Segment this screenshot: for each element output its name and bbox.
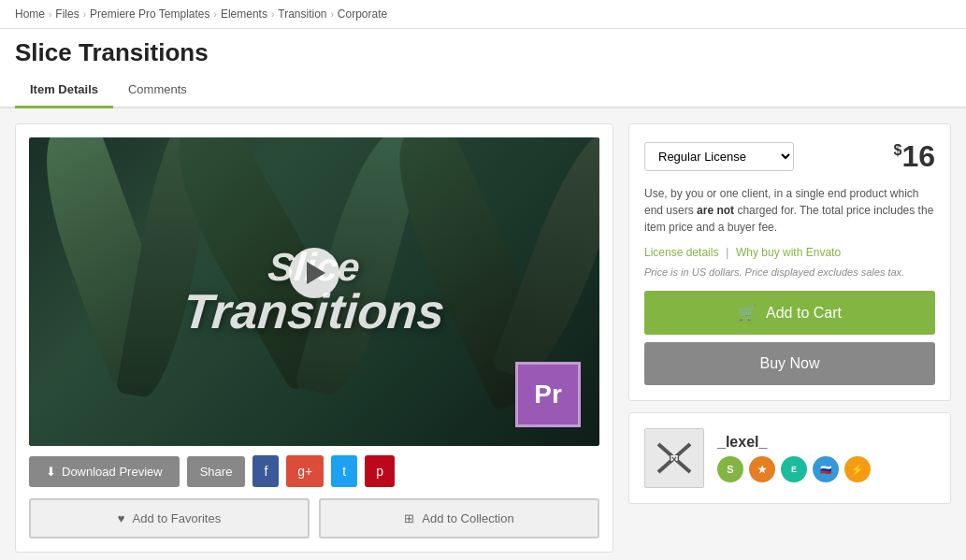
svg-text:l×l: l×l — [669, 454, 680, 465]
share-button[interactable]: Share — [187, 456, 246, 487]
license-desc-bold: are not — [697, 204, 734, 217]
breadcrumb-sep-1: › — [49, 9, 51, 20]
video-actions: ⬇ Download Preview Share f g+ t p — [29, 455, 599, 487]
twitter-share-button[interactable]: t — [331, 455, 357, 487]
author-info: _lexel_ S ★ E 🇷🇺 ⚡ — [717, 434, 935, 482]
badge-power: ⚡ — [844, 456, 871, 482]
breadcrumb: Home › Files › Premiere Pro Templates › … — [0, 0, 966, 29]
play-button[interactable] — [289, 248, 339, 298]
author-avatar-svg: l×l — [651, 435, 698, 481]
collection-icon: ⊞ — [404, 511, 414, 525]
tab-item-details[interactable]: Item Details — [15, 73, 113, 108]
download-preview-label: Download Preview — [62, 465, 163, 479]
license-description: Use, by you or one client, in a single e… — [644, 185, 935, 236]
gplus-share-button[interactable]: g+ — [286, 455, 324, 487]
tab-comments[interactable]: Comments — [113, 73, 202, 108]
breadcrumb-transition[interactable]: Transition — [278, 7, 326, 21]
purchase-box: Regular License Extended License $16 Use… — [628, 123, 951, 401]
breadcrumb-home[interactable]: Home — [15, 7, 45, 21]
facebook-share-button[interactable]: f — [252, 455, 279, 487]
collection-label: Add to Collection — [422, 511, 513, 525]
license-select[interactable]: Regular License Extended License — [644, 142, 794, 171]
heart-icon: ♥ — [118, 511, 125, 525]
add-to-collection-button[interactable]: ⊞ Add to Collection — [319, 498, 599, 538]
breadcrumb-files[interactable]: Files — [55, 7, 79, 21]
premiere-badge-text: Pr — [534, 380, 562, 409]
add-to-cart-button[interactable]: 🛒 Add to Cart — [644, 291, 935, 335]
badge-exclusive: E — [781, 456, 807, 482]
badge-sales: S — [717, 456, 743, 482]
left-column: Slice Transitions Pr ⬇ Download Preview — [15, 123, 613, 553]
author-badges: S ★ E 🇷🇺 ⚡ — [717, 456, 935, 482]
breadcrumb-sep-5: › — [331, 9, 334, 20]
download-icon: ⬇ — [46, 465, 56, 479]
play-triangle-icon — [307, 262, 325, 284]
tabs-bar: Item Details Comments — [0, 73, 966, 108]
content-area: Slice Transitions Pr ⬇ Download Preview — [0, 108, 966, 560]
favorites-label: Add to Favorites — [133, 511, 222, 525]
breadcrumb-sep-3: › — [214, 9, 217, 20]
main-layout: Slice Transitions Pr ⬇ Download Preview — [0, 108, 966, 560]
cart-icon: 🛒 — [738, 304, 757, 322]
buy-now-button[interactable]: Buy Now — [644, 342, 935, 385]
page-title: Slice Transitions — [0, 29, 966, 73]
pinterest-share-button[interactable]: p — [365, 455, 395, 487]
download-preview-button[interactable]: ⬇ Download Preview — [29, 456, 180, 487]
license-row: Regular License Extended License $16 — [644, 139, 935, 174]
breadcrumb-elements[interactable]: Elements — [221, 7, 267, 21]
link-separator: | — [726, 245, 732, 259]
breadcrumb-sep-4: › — [271, 9, 274, 20]
price-display: $16 — [894, 139, 936, 174]
tax-note: Price is in US dollars. Price displayed … — [644, 266, 935, 278]
author-name: _lexel_ — [717, 434, 935, 451]
video-preview[interactable]: Slice Transitions Pr — [29, 137, 599, 446]
badge-star: ★ — [749, 456, 775, 482]
add-to-favorites-button[interactable]: ♥ Add to Favorites — [29, 498, 310, 538]
author-box: l×l _lexel_ S ★ E 🇷🇺 ⚡ — [628, 412, 951, 504]
bottom-actions: ♥ Add to Favorites ⊞ Add to Collection — [29, 498, 599, 538]
badge-country: 🇷🇺 — [813, 456, 839, 482]
why-envato-link[interactable]: Why buy with Envato — [736, 246, 841, 259]
author-avatar: l×l — [644, 428, 704, 488]
breadcrumb-premiere[interactable]: Premiere Pro Templates — [90, 7, 210, 21]
breadcrumb-corporate[interactable]: Corporate — [338, 7, 387, 21]
premiere-pro-badge: Pr — [515, 362, 581, 427]
add-to-cart-label: Add to Cart — [766, 305, 842, 322]
item-card: Slice Transitions Pr ⬇ Download Preview — [15, 123, 613, 553]
breadcrumb-sep-2: › — [83, 9, 86, 20]
license-links: License details | Why buy with Envato — [644, 245, 935, 259]
right-column: Regular License Extended License $16 Use… — [628, 123, 951, 553]
license-details-link[interactable]: License details — [644, 246, 718, 259]
